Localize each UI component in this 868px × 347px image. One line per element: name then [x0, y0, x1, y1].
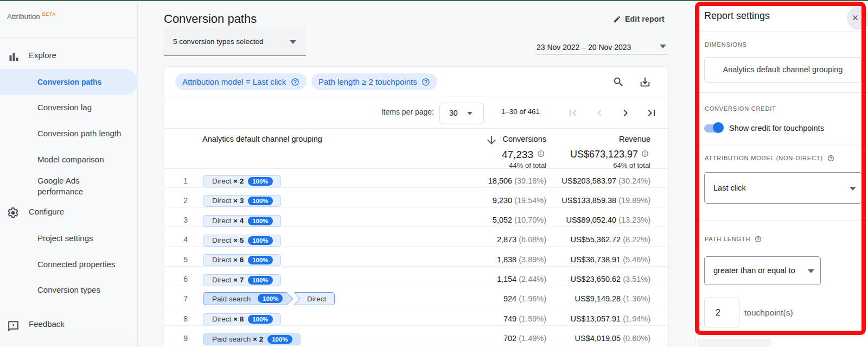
- svg-text:Paid search: Paid search: [212, 295, 251, 303]
- svg-text:100%: 100%: [263, 295, 278, 302]
- svg-text:Direct: Direct: [307, 295, 327, 303]
